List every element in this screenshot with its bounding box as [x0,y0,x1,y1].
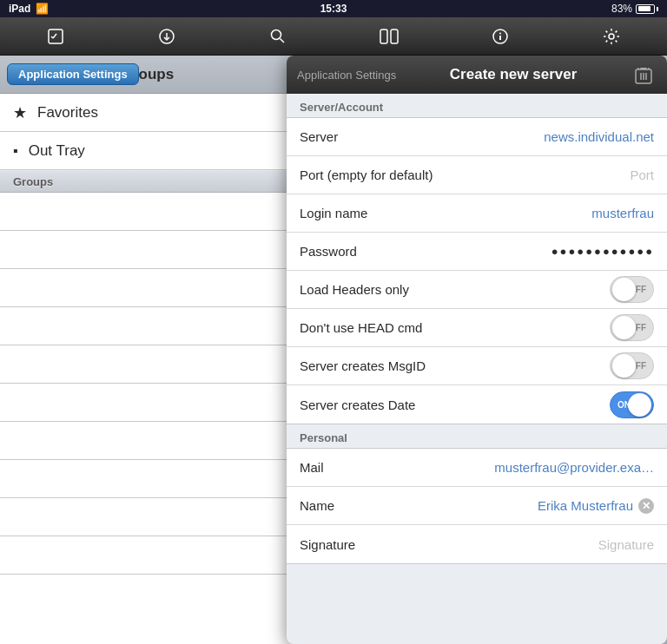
port-label: Port (empty for default) [300,168,433,182]
favorites-icon: ★ [13,103,27,122]
main-content: Application Settings Groups ★ Favorites … [0,56,667,644]
download-icon[interactable] [148,17,186,56]
empty-row-5 [0,345,295,384]
signature-input[interactable] [489,537,654,552]
device-label: iPad [9,3,30,15]
groups-section-header: Groups [0,170,295,193]
signature-label: Signature [300,537,355,552]
toolbar [0,17,667,56]
modal-back-label[interactable]: Application Settings [297,69,396,82]
signature-row[interactable]: Signature [287,525,667,563]
groups-section-label: Groups [13,175,53,188]
delete-button[interactable] [631,62,657,88]
mail-row[interactable]: Mail musterfrau@provider.exa… [287,449,667,487]
status-bar-right: 83% [611,3,658,15]
msgid-label: Server creates MsgID [300,358,426,373]
server-date-toggle[interactable]: ON [610,391,654,418]
wifi-icon: 📶 [36,3,49,15]
load-headers-row: Load Headers only OFF [287,271,667,309]
name-value: Erika Musterfrau [538,498,633,513]
server-date-label: Server creates Date [300,398,415,412]
done-button[interactable]: Application Settings [7,63,139,85]
modal-header: Application Settings Create new server [287,56,667,94]
head-cmd-label: Don't use HEAD cmd [300,320,422,335]
empty-row-2 [0,231,295,269]
svg-rect-8 [391,30,398,43]
login-label: Login name [300,206,367,220]
server-date-row: Server creates Date ON [287,385,667,424]
server-label: Server [300,129,338,144]
server-value: news.individual.net [544,129,654,144]
port-input[interactable] [489,168,654,182]
personal-group: Mail musterfrau@provider.exa… Name Erika… [287,448,667,564]
name-clear-button[interactable]: ✕ [638,498,654,514]
status-bar: iPad 📶 15:33 83% [0,0,667,17]
empty-rows [0,193,295,644]
name-row[interactable]: Name Erika Musterfrau ✕ [287,487,667,525]
empty-row-9 [0,498,295,536]
battery-icon [636,4,658,14]
empty-row-4 [0,307,295,345]
msgid-row: Server creates MsgID OFF [287,347,667,385]
server-row[interactable]: Server news.individual.net [287,118,667,156]
empty-row-7 [0,422,295,460]
server-date-toggle-thumb [628,393,651,417]
svg-rect-7 [380,30,387,43]
login-value: musterfrau [591,206,654,220]
svg-point-11 [499,32,501,34]
modal-title: Create new server [450,66,577,83]
svg-point-12 [609,34,614,39]
login-row[interactable]: Login name musterfrau [287,194,667,233]
battery-percent: 83% [611,3,632,15]
msgid-toggle-thumb [612,354,636,378]
head-cmd-row: Don't use HEAD cmd OFF [287,309,667,347]
empty-row-3 [0,269,295,307]
svg-line-2 [53,34,56,38]
settings-icon[interactable] [592,17,631,56]
name-label: Name [300,498,334,513]
password-value: ●●●●●●●●●●●● [551,245,654,258]
svg-line-6 [281,38,285,43]
section-header-personal: Personal [287,424,667,448]
svg-point-5 [272,30,281,39]
out-tray-label: Out Tray [29,142,85,160]
status-bar-left: iPad 📶 [9,3,49,15]
left-panel: Application Settings Groups ★ Favorites … [0,56,295,644]
empty-row-10 [0,536,295,575]
name-row-right: Erika Musterfrau ✕ [538,498,654,514]
password-row[interactable]: Password ●●●●●●●●●●●● [287,233,667,271]
load-headers-toggle-thumb [612,278,636,301]
port-row[interactable]: Port (empty for default) [287,156,667,194]
right-panel: Application Settings Create new server [295,56,667,644]
head-cmd-toggle[interactable]: OFF [610,314,654,341]
load-headers-toggle[interactable]: OFF [610,276,654,303]
favorites-item[interactable]: ★ Favorites [0,94,295,132]
mail-value: musterfrau@provider.exa… [494,460,654,475]
favorites-label: Favorites [37,104,98,122]
svg-rect-16 [640,68,647,69]
load-headers-label: Load Headers only [300,282,409,297]
svg-rect-0 [49,30,63,43]
settings-body: Server/Account Server news.individual.ne… [287,94,667,644]
search-icon[interactable] [259,17,297,56]
compose-icon[interactable] [36,17,75,56]
head-cmd-toggle-thumb [612,316,636,339]
out-tray-item[interactable]: ▪ Out Tray [0,132,295,170]
section-header-server: Server/Account [287,94,667,117]
out-tray-icon: ▪ [13,143,18,159]
split-icon[interactable] [370,17,408,56]
info-icon[interactable] [481,17,519,56]
left-panel-header: Application Settings Groups [0,56,295,94]
empty-row-1 [0,193,295,231]
password-label: Password [300,244,357,259]
empty-row-6 [0,384,295,422]
status-bar-time: 15:33 [320,3,347,15]
settings-modal: Application Settings Create new server [287,56,667,644]
server-account-group: Server news.individual.net Port (empty f… [287,117,667,424]
empty-row-8 [0,460,295,498]
mail-label: Mail [300,460,324,475]
msgid-toggle[interactable]: OFF [610,352,654,379]
